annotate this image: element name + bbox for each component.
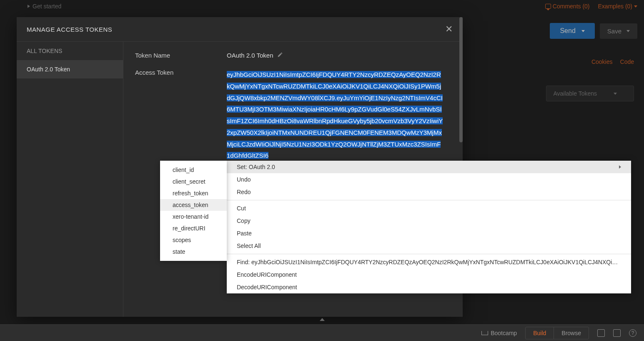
var-item-state[interactable]: state bbox=[160, 246, 227, 258]
menu-set-env[interactable]: Set: OAuth 2.0 bbox=[227, 161, 631, 173]
menu-redo[interactable]: Redo bbox=[227, 186, 631, 198]
token-sidebar: ALL TOKENS OAuth 2.0 Token bbox=[17, 42, 123, 317]
token-name-label: Token Name bbox=[135, 52, 227, 59]
menu-cut[interactable]: Cut bbox=[227, 202, 631, 215]
modal-title: MANAGE ACCESS TOKENS bbox=[27, 26, 112, 33]
keyboard-shortcuts-icon[interactable] bbox=[613, 329, 621, 337]
sidebar-item-oauth2-token[interactable]: OAuth 2.0 Token bbox=[17, 60, 123, 78]
chevron-right-icon bbox=[619, 165, 621, 169]
menu-separator bbox=[227, 200, 631, 200]
variable-suggestion-popup: client_id client_secret refresh_token ac… bbox=[160, 161, 227, 261]
var-item-refresh-token[interactable]: refresh_token bbox=[160, 187, 227, 199]
menu-paste[interactable]: Paste bbox=[227, 227, 631, 240]
bottom-bar: Bootcamp Build Browse ? bbox=[0, 324, 644, 341]
help-icon[interactable]: ? bbox=[629, 329, 636, 337]
build-browse-toggle: Build Browse bbox=[525, 327, 589, 339]
context-menu: Set: OAuth 2.0 Undo Redo Cut Copy Paste … bbox=[227, 161, 631, 293]
bootcamp-link[interactable]: Bootcamp bbox=[481, 330, 517, 336]
close-icon[interactable]: ✕ bbox=[445, 24, 453, 35]
menu-select-all[interactable]: Select All bbox=[227, 240, 631, 252]
panel-layout-icon[interactable] bbox=[597, 329, 605, 337]
token-name-value: OAuth 2.0 Token bbox=[227, 52, 273, 59]
collapse-arrow-icon[interactable] bbox=[320, 318, 325, 321]
menu-copy[interactable]: Copy bbox=[227, 215, 631, 227]
var-item-redirect-uri[interactable]: re_directURI bbox=[160, 222, 227, 234]
browse-tab[interactable]: Browse bbox=[554, 327, 589, 339]
menu-encode-uri[interactable]: EncodeURIComponent bbox=[227, 268, 631, 281]
menu-find[interactable]: Find: eyJhbGciOiJSUzI1NiIsImtpZCI6IjFDQU… bbox=[227, 256, 631, 268]
var-item-client-secret[interactable]: client_secret bbox=[160, 176, 227, 187]
var-item-client-id[interactable]: client_id bbox=[160, 164, 227, 176]
access-token-value[interactable]: eyJhbGciOiJSUzI1NiIsImtpZCI6IjFDQUY4RTY2… bbox=[227, 69, 444, 162]
menu-decode-uri[interactable]: DecodeURIComponent bbox=[227, 281, 631, 293]
bootcamp-label: Bootcamp bbox=[491, 330, 517, 336]
menu-separator bbox=[227, 254, 631, 254]
build-tab[interactable]: Build bbox=[526, 327, 554, 339]
pencil-icon[interactable] bbox=[277, 52, 283, 59]
var-item-scopes[interactable]: scopes bbox=[160, 234, 227, 246]
scrollbar[interactable] bbox=[459, 42, 463, 142]
access-token-label: Access Token bbox=[135, 69, 227, 76]
var-item-xero-tenant-id[interactable]: xero-tenant-id bbox=[160, 211, 227, 222]
menu-set-env-label: Set: OAuth 2.0 bbox=[237, 164, 275, 170]
menu-undo[interactable]: Undo bbox=[227, 173, 631, 186]
var-item-access-token[interactable]: access_token bbox=[160, 199, 227, 211]
all-tokens-heading: ALL TOKENS bbox=[17, 42, 123, 60]
graduation-icon bbox=[481, 331, 488, 335]
